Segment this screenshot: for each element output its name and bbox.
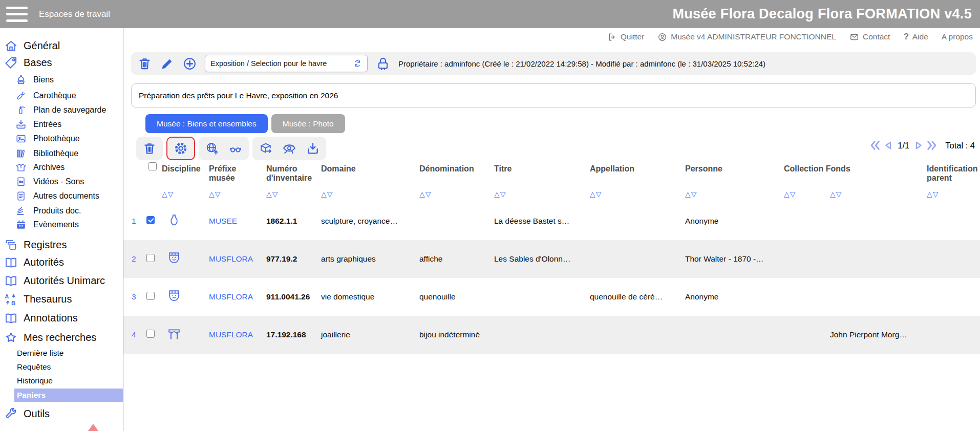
select-all-checkbox[interactable] [148,162,157,170]
previous-page-button[interactable] [883,139,893,152]
sidebar-item-requetes[interactable]: Requêtes [17,361,51,373]
workspace-label[interactable]: Espaces de travail [39,9,110,19]
row-number[interactable]: 4 [130,330,143,339]
last-page-button[interactable] [926,139,938,152]
tab-biens-et-ensembles[interactable]: Musée : Biens et ensembles [145,114,268,133]
sidebar-item-videos-sons[interactable]: Vidéos - Sons [15,176,84,188]
sidebar-item-autorites[interactable]: Autorités [4,255,64,269]
sidebar-item-carotheque[interactable]: Carothèque [15,90,76,102]
sort-alpha-icon [4,292,18,306]
open-box-icon [15,162,27,173]
sort-arrows[interactable]: △▽ [209,190,263,202]
add-basket-button[interactable] [182,56,197,71]
sidebar-item-general[interactable]: Général [4,38,60,53]
sidebar-item-biens[interactable]: Biens [15,74,54,86]
delete-basket-button[interactable] [137,56,152,71]
header-fonds: △▽ [826,162,923,202]
sidebar-item-historique[interactable]: Historique [17,375,53,386]
sidebar-item-autres-documents[interactable]: Autres documents [15,190,99,202]
row-checkbox[interactable] [146,216,155,224]
sort-arrows[interactable]: △▽ [784,190,826,202]
sidebar-item-outils[interactable]: Outils [4,406,50,421]
row-number[interactable]: 1 [130,217,143,226]
prefixe-link[interactable]: MUSFLORA [205,330,263,339]
row-checkbox[interactable] [146,292,155,300]
open-book-icon [4,255,18,269]
sort-arrows[interactable]: △▽ [685,190,780,202]
owner-info: Propriétaire : adminfonc (Créé le : 21/0… [398,59,765,68]
box-export-icon [259,141,273,156]
scroll-up-indicator[interactable] [85,424,101,431]
table-header: Discipline△▽ Préfixe musée△▽ Numéro d'in… [123,162,980,202]
sort-arrows[interactable]: △▽ [830,190,923,202]
personne-cell: Thor Walter - 1870 -… [681,254,780,264]
prefixe-link[interactable]: MUSEE [205,217,263,226]
star-icon [4,331,18,344]
domaine-cell: arts graphiques [317,254,416,264]
open-book-icon [4,311,18,325]
sort-arrows[interactable]: △▽ [266,190,317,202]
prefixe-link[interactable]: MUSFLORA [205,254,263,264]
basket-selector[interactable]: Exposition / Selection pour le havre [205,55,368,72]
video-file-icon [15,176,27,187]
sort-arrows[interactable]: △▽ [590,190,681,202]
sort-arrows[interactable]: △▽ [927,190,980,202]
sidebar-item-entrees[interactable]: Entrées [15,118,61,131]
sidebar-item-phototheque[interactable]: Photothèque [15,133,80,145]
sort-arrows[interactable]: △▽ [494,190,586,202]
header-personne: Personne△▽ [681,162,780,202]
delete-items-button[interactable] [142,141,157,156]
basket-selector-value: Exposition / Selection pour le havre [210,59,327,68]
titre-cell: La déesse Bastet s… [491,217,586,226]
sidebar-item-evenements[interactable]: Evènements [15,219,79,231]
delete-group [136,137,163,160]
row-checkbox[interactable] [146,330,155,338]
lock-toggle[interactable] [375,56,391,71]
prefixe-link[interactable]: MUSFLORA [205,292,263,301]
row-number[interactable]: 2 [130,254,143,264]
first-page-button[interactable] [869,139,881,152]
header-denomination: Dénomination△▽ [416,162,491,202]
tag-icon [4,56,18,70]
carrot-icon [15,90,27,101]
sidebar-item-thesaurus[interactable]: Thesaurus [4,292,72,306]
row-number[interactable]: 3 [130,292,143,301]
preview-button[interactable] [228,141,243,156]
sort-arrows[interactable]: △▽ [162,190,205,202]
tab-bar: Musée : Biens et ensembles Musée : Photo [145,114,345,133]
settings-button[interactable] [173,141,188,156]
next-page-button[interactable] [913,139,924,152]
publish-web-button[interactable] [205,141,219,156]
numero-inventaire: 911.0041.26 [263,292,317,301]
horus-view-button[interactable] [282,141,296,156]
sidebar-item-plan-sauvegarde[interactable]: Plan de sauvegarde [15,104,106,116]
hamburger-menu-icon[interactable] [6,7,28,22]
refresh-icon[interactable] [353,59,362,68]
sidebar-item-bibliotheque[interactable]: Bibliothèque [15,147,78,160]
sort-arrows[interactable]: △▽ [321,190,416,202]
sidebar-item-annotations[interactable]: Annotations [4,311,78,325]
sidebar-item-registres[interactable]: Registres [4,238,67,252]
edit-basket-button[interactable] [160,56,175,71]
calendar-icon [15,219,27,230]
export-box-button[interactable] [259,141,273,156]
download-button[interactable] [306,141,320,156]
sidebar-item-archives[interactable]: Archives [15,161,65,174]
tab-photo[interactable]: Musée : Photo [271,114,345,133]
sidebar-item-autorites-unimarc[interactable]: Autorités Unimarc [4,273,105,288]
inbox-down-icon [15,119,27,130]
sidebar-item-produits-doc[interactable]: Produits doc. [15,205,81,217]
top-bar: Espaces de travail Musée Flora Decalog F… [0,0,980,28]
row-checkbox[interactable] [146,254,155,262]
results-table: Discipline△▽ Préfixe musée△▽ Numéro d'in… [123,162,980,354]
basket-description-input[interactable]: Préparation des prêts pour Le Havre, exp… [131,83,976,107]
sidebar-item-mes-recherches[interactable]: Mes recherches [4,330,96,344]
header-checkbox-cell [143,162,158,202]
fonds-cell: John Pierpont Morg… [826,330,923,339]
triangle-right-icon [913,139,924,152]
sidebar-item-bases[interactable]: Bases [4,55,52,70]
sidebar-item-paniers[interactable]: Paniers [14,389,123,402]
sidebar-item-derniere-liste[interactable]: Dernière liste [17,348,63,359]
publish-group [199,137,249,160]
sort-arrows[interactable]: △▽ [419,190,491,202]
